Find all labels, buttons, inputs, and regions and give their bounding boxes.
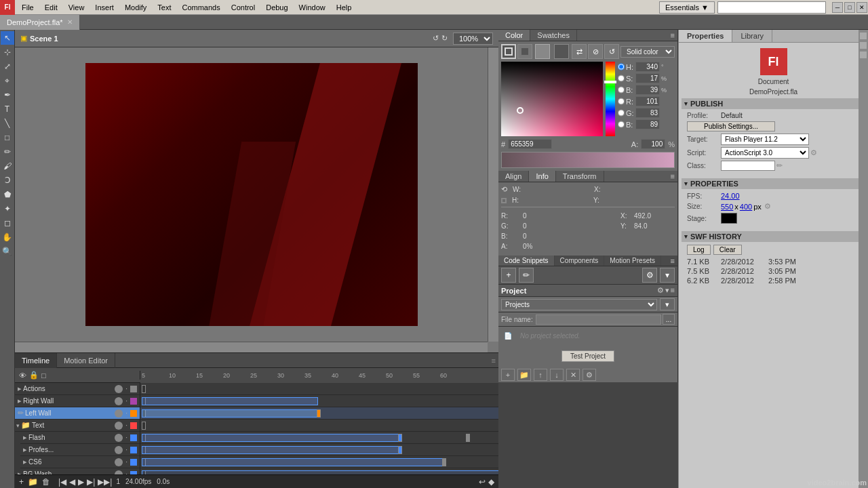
layer-left-wall[interactable]: ✏ Left Wall · <box>15 407 140 420</box>
menu-window[interactable]: Window <box>294 2 331 13</box>
project-settings-button[interactable]: ⚙ <box>657 286 664 295</box>
red-radio[interactable] <box>618 97 625 106</box>
new-folder-button[interactable]: 📁 <box>28 477 38 487</box>
menu-view[interactable]: View <box>63 2 90 13</box>
timeline-options-button[interactable]: ≡ <box>489 357 498 365</box>
layer-right-wall[interactable]: ▸ Right Wall · <box>15 395 140 407</box>
paint-bucket-tool[interactable]: ⬟ <box>1 188 14 201</box>
publish-settings-button[interactable]: Publish Settings... <box>687 121 775 131</box>
outline-layers-button[interactable]: □ <box>41 371 46 380</box>
eraser-tool[interactable]: ◻ <box>1 216 14 230</box>
menu-insert[interactable]: Insert <box>90 2 119 13</box>
clear-button[interactable]: Clear <box>713 245 742 255</box>
project-dropdown-button[interactable]: ▾ <box>660 298 675 310</box>
brush-tool[interactable]: 🖌 <box>1 159 14 173</box>
fps-value[interactable]: 24.00 <box>721 192 740 200</box>
edit-snippet-button[interactable]: ✏ <box>519 268 534 283</box>
fill-color-btn[interactable] <box>517 44 532 59</box>
menu-text[interactable]: Text <box>152 2 176 13</box>
vertical-scrollbar[interactable] <box>488 47 498 342</box>
zoom-select[interactable]: 100% 50% 200% <box>453 33 493 45</box>
tab-library[interactable]: Library <box>732 30 772 42</box>
select-tool[interactable]: ↖ <box>1 31 14 45</box>
rotate-ccw-icon[interactable]: ↺ <box>433 34 439 43</box>
tab-components[interactable]: Components <box>555 256 605 266</box>
script-select[interactable]: ActionScript 3.0 <box>721 147 809 159</box>
stage-color-swatch[interactable] <box>721 213 737 224</box>
project-folder-button[interactable]: 📁 <box>517 369 531 381</box>
line-tool[interactable]: ╲ <box>1 117 14 130</box>
tab-info[interactable]: Info <box>529 171 555 182</box>
file-browse-button[interactable]: ... <box>663 314 675 325</box>
layer-text-folder[interactable]: ▾ 📁 Text · <box>15 420 140 432</box>
project-settings2-button[interactable]: ⚙ <box>583 369 596 381</box>
snippets-panel-options-button[interactable]: ≡ <box>668 257 677 265</box>
hex-input[interactable] <box>508 139 552 149</box>
tab-motion-editor[interactable]: Motion Editor <box>57 353 115 368</box>
size-height-value[interactable]: 400 <box>740 203 752 211</box>
lasso-tool[interactable]: ⌖ <box>1 74 14 87</box>
minimize-button[interactable]: ─ <box>832 2 843 13</box>
class-edit-icon[interactable]: ✏ <box>776 161 783 170</box>
delete-layer-button[interactable]: 🗑 <box>42 477 50 487</box>
red-input[interactable] <box>635 96 660 106</box>
snippets-settings-button[interactable]: ⚙ <box>642 268 657 283</box>
layer-visibility-dot[interactable] <box>115 409 123 418</box>
background-color-swatch[interactable] <box>554 44 569 59</box>
green-radio[interactable] <box>618 108 625 117</box>
pen-tool[interactable]: ✒ <box>1 88 14 102</box>
layer-actions[interactable]: ▸ Actions · <box>15 383 140 395</box>
hue-input[interactable] <box>635 62 660 72</box>
project-menu-button[interactable]: ▾ <box>665 286 669 295</box>
layer-lock-icon[interactable]: · <box>125 385 127 392</box>
menu-edit[interactable]: Edit <box>39 2 63 13</box>
script-settings-icon[interactable]: ⚙ <box>810 148 817 157</box>
stage[interactable] <box>85 63 418 326</box>
layer-lock-icon[interactable]: · <box>125 422 127 429</box>
show-all-layers-button[interactable]: 👁 <box>19 371 26 380</box>
right-tool-2[interactable] <box>860 42 867 49</box>
add-keyframe-button[interactable]: ◆ <box>488 477 494 487</box>
add-snippet-button[interactable]: + <box>501 268 516 283</box>
layer-bg-wash[interactable]: ▸ BG Wash · <box>15 468 140 474</box>
color-panel-options-button[interactable]: ≡ <box>668 31 677 39</box>
tab-timeline[interactable]: Timeline <box>15 353 57 368</box>
maximize-button[interactable]: □ <box>844 2 855 13</box>
layer-lock-icon[interactable]: · <box>125 458 127 466</box>
reset-colors-button[interactable]: ↺ <box>604 44 619 59</box>
test-project-button[interactable]: Test Project <box>561 350 614 362</box>
layer-lock-icon[interactable]: · <box>125 397 127 405</box>
zoom-tool[interactable]: 🔍 <box>1 245 14 258</box>
swap-colors-button[interactable]: ⇄ <box>572 44 587 59</box>
log-button[interactable]: Log <box>687 245 711 255</box>
layer-visibility-dot[interactable] <box>115 422 123 430</box>
stroke-color-btn[interactable] <box>501 44 516 59</box>
project-down-button[interactable]: ↓ <box>550 369 564 381</box>
text-tool[interactable]: T <box>1 102 14 116</box>
menu-help[interactable]: Help <box>331 2 357 13</box>
sat-input[interactable] <box>635 73 660 83</box>
bright-radio[interactable] <box>618 85 625 94</box>
file-name-input[interactable] <box>536 314 661 325</box>
align-panel-options-button[interactable]: ≡ <box>668 172 677 180</box>
properties-section-header[interactable]: ▾ PROPERTIES <box>682 178 865 189</box>
publish-section-header[interactable]: ▾ PUBLISH <box>682 98 865 109</box>
blue-input[interactable] <box>635 119 660 129</box>
menu-modify[interactable]: Modify <box>119 2 152 13</box>
alpha-input[interactable] <box>641 139 665 149</box>
color-gradient-box[interactable] <box>501 62 603 136</box>
go-first-button[interactable]: |◀ <box>58 477 66 487</box>
layer-visibility-dot[interactable] <box>115 434 123 442</box>
subselect-tool[interactable]: ⊹ <box>1 45 14 59</box>
size-edit-icon[interactable]: ⚙ <box>764 202 771 211</box>
layer-flash[interactable]: ▸ Flash · <box>20 432 140 444</box>
rect-tool[interactable]: □ <box>1 131 14 144</box>
search-input[interactable] <box>717 1 826 14</box>
tab-color[interactable]: Color <box>498 30 530 41</box>
tab-properties[interactable]: Properties <box>679 30 732 42</box>
layer-visibility-dot[interactable] <box>115 385 123 393</box>
no-color-button[interactable]: ⊘ <box>588 44 603 59</box>
tab-swatches[interactable]: Swatches <box>530 30 577 41</box>
foreground-color-swatch[interactable] <box>535 44 550 59</box>
pencil-tool[interactable]: ✏ <box>1 145 14 159</box>
